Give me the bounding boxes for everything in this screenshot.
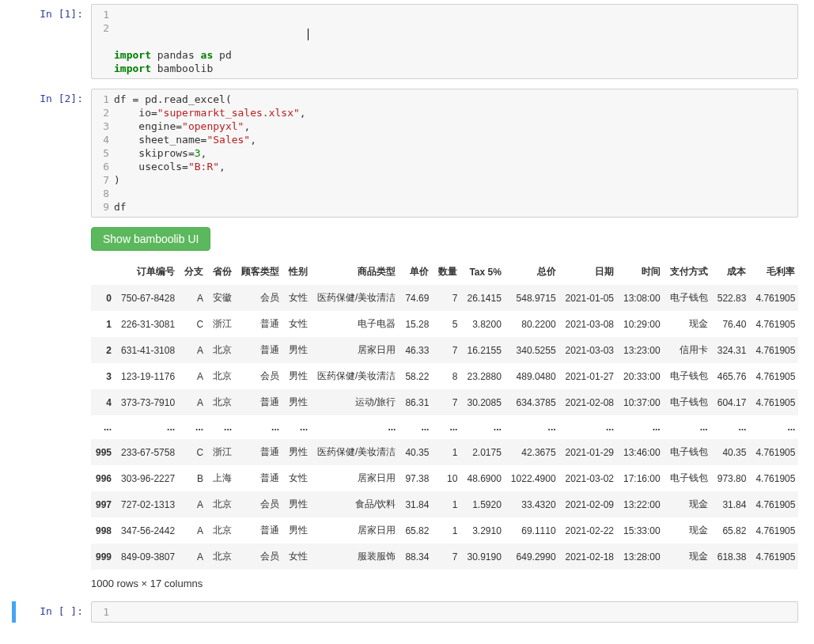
table-cell: 80.2200 xyxy=(506,311,561,337)
column-header: Tax 5% xyxy=(462,259,505,285)
table-cell: 65.82 xyxy=(713,517,752,544)
table-cell: 373-73-7910 xyxy=(116,389,180,415)
line-gutter: 123456789 xyxy=(92,93,114,214)
code-input[interactable]: 1 xyxy=(91,601,798,623)
table-cell: 76.40 xyxy=(713,311,752,337)
table-cell: ... xyxy=(284,415,312,439)
table-cell: 522.83 xyxy=(713,285,752,311)
table-cell: ... xyxy=(462,415,505,439)
table-cell: 电子钱包 xyxy=(665,439,713,465)
table-cell: 7 xyxy=(434,285,462,311)
table-cell: 16.2155 xyxy=(462,337,505,363)
cell-prompt: In [1]: xyxy=(16,4,91,79)
table-cell: 13:23:00 xyxy=(619,337,665,363)
table-cell: 303-96-2227 xyxy=(116,465,180,491)
table-cell: 10:37:00 xyxy=(619,389,665,415)
table-cell: ... xyxy=(208,415,237,439)
table-cell: 2021-03-02 xyxy=(561,465,619,491)
table-cell: 信用卡 xyxy=(665,337,713,363)
cell-3: In [ ]: 1 xyxy=(16,601,798,623)
table-cell: 食品/饮料 xyxy=(312,491,400,517)
column-header: 时间 xyxy=(619,259,665,285)
table-cell: ... xyxy=(237,415,284,439)
table-cell: 男性 xyxy=(284,439,312,465)
code-editor[interactable]: import pandas as pdimport bamboolib xyxy=(114,8,797,75)
code-line: import pandas as pd xyxy=(114,48,797,62)
table-cell: 13:08:00 xyxy=(619,285,665,311)
table-cell: 医药保健/美妆清洁 xyxy=(312,285,400,311)
table-cell: 4.761905 xyxy=(751,465,798,491)
row-index: 999 xyxy=(91,544,116,570)
table-cell: 20:33:00 xyxy=(619,363,665,389)
table-cell: 3.2910 xyxy=(462,517,505,544)
table-cell: ... xyxy=(751,415,798,439)
column-header: 顾客类型 xyxy=(237,259,284,285)
table-cell: 8 xyxy=(434,363,462,389)
column-header: 省份 xyxy=(208,259,237,285)
table-cell: 现金 xyxy=(665,544,713,570)
table-cell: 7 xyxy=(434,544,462,570)
table-cell: 运动/旅行 xyxy=(312,389,400,415)
table-cell: 医药保健/美妆清洁 xyxy=(312,363,400,389)
row-index: 3 xyxy=(91,363,116,389)
table-cell: 973.80 xyxy=(713,465,752,491)
table-cell: ... xyxy=(506,415,561,439)
table-cell: 普通 xyxy=(237,389,284,415)
table-cell: 普通 xyxy=(237,337,284,363)
table-cell: A xyxy=(180,517,208,544)
table-cell: 男性 xyxy=(284,337,312,363)
table-cell: 604.17 xyxy=(713,389,752,415)
table-cell: 618.38 xyxy=(713,544,752,570)
table-cell: 10 xyxy=(434,465,462,491)
table-cell: 北京 xyxy=(208,517,237,544)
table-cell: ... xyxy=(561,415,619,439)
table-cell: A xyxy=(180,491,208,517)
table-cell: 10:29:00 xyxy=(619,311,665,337)
table-row: 998347-56-2442A北京普通男性居家日用65.8213.291069.… xyxy=(91,517,798,544)
table-cell: 4.761905 xyxy=(751,439,798,465)
code-line: import bamboolib xyxy=(114,62,797,75)
table-cell: 男性 xyxy=(284,491,312,517)
table-cell: 2021-01-27 xyxy=(561,363,619,389)
table-cell: 2021-01-05 xyxy=(561,285,619,311)
table-cell: 340.5255 xyxy=(506,337,561,363)
table-cell: 74.69 xyxy=(400,285,434,311)
code-line: skiprows=3, xyxy=(114,146,797,160)
column-header: 总价 xyxy=(506,259,561,285)
code-input[interactable]: 12 import pandas as pdimport bamboolib xyxy=(91,4,798,79)
table-cell: 现金 xyxy=(665,517,713,544)
cell-output: Show bamboolib UI 订单编号分支省份顾客类型性别商品类型单价数量… xyxy=(91,227,798,589)
table-row: 995233-67-5758C浙江普通男性医药保健/美妆清洁40.3512.01… xyxy=(91,439,798,465)
table-row: 996303-96-2227B上海普通女性居家日用97.381048.69001… xyxy=(91,465,798,491)
table-cell: 浙江 xyxy=(208,311,237,337)
table-cell: 40.35 xyxy=(400,439,434,465)
table-cell: 17:16:00 xyxy=(619,465,665,491)
table-cell: 123-19-1176 xyxy=(116,363,180,389)
column-header: 毛利率 xyxy=(751,259,798,285)
code-editor[interactable] xyxy=(114,605,797,619)
table-cell: 69.1110 xyxy=(506,517,561,544)
table-cell: 会员 xyxy=(237,544,284,570)
column-header: 商品类型 xyxy=(312,259,400,285)
table-cell: 4.761905 xyxy=(751,311,798,337)
cell-prompt: In [ ]: xyxy=(16,601,91,623)
code-input[interactable]: 123456789 df = pd.read_excel( io="superm… xyxy=(91,89,798,218)
table-cell: 7 xyxy=(434,337,462,363)
table-cell: 2021-03-03 xyxy=(561,337,619,363)
table-row: 1226-31-3081C浙江普通女性电子电器15.2853.820080.22… xyxy=(91,311,798,337)
table-cell: 女性 xyxy=(284,311,312,337)
table-cell: A xyxy=(180,544,208,570)
line-gutter: 1 xyxy=(92,605,114,619)
table-row: 997727-02-1313A北京会员男性食品/饮料31.8411.592033… xyxy=(91,491,798,517)
column-header: 日期 xyxy=(561,259,619,285)
column-header: 订单编号 xyxy=(116,259,180,285)
table-cell: ... xyxy=(400,415,434,439)
show-bamboolib-button[interactable]: Show bamboolib UI xyxy=(91,227,210,251)
table-cell: 男性 xyxy=(284,389,312,415)
row-index: 0 xyxy=(91,285,116,311)
table-cell: 4.761905 xyxy=(751,517,798,544)
code-line: ) xyxy=(114,173,797,187)
code-editor[interactable]: df = pd.read_excel( io="supermarkt_sales… xyxy=(114,93,797,214)
table-cell: 42.3675 xyxy=(506,439,561,465)
table-cell: 浙江 xyxy=(208,439,237,465)
